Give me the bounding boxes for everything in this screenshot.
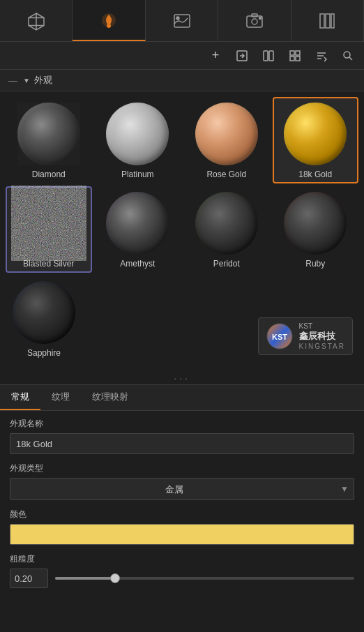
material-item-ruby[interactable]: Ruby <box>273 186 359 273</box>
svg-point-5 <box>252 19 257 24</box>
materials-panel: Diamond Platinum Rose Gold 18k Gold Blas… <box>0 91 364 368</box>
roughness-slider-track[interactable] <box>55 577 354 580</box>
sphere-blasted-silver <box>17 192 80 255</box>
sphere-18kgold <box>284 103 347 165</box>
sphere-peridot <box>195 192 258 255</box>
material-item-blasted-silver[interactable]: Blasted Silver <box>6 186 92 273</box>
tab-render[interactable] <box>218 0 291 41</box>
export-icon <box>236 50 248 62</box>
appearance-type-group: 外观类型 金属 塑料 玻璃 橡胶 ▼ <box>10 462 354 500</box>
svg-rect-2 <box>174 15 190 27</box>
svg-point-18 <box>344 52 350 58</box>
tab-texture-map[interactable]: 纹理映射 <box>81 385 139 410</box>
add-button[interactable]: + <box>205 45 226 66</box>
svg-rect-17 <box>296 57 300 61</box>
appearance-type-select-wrapper: 金属 塑料 玻璃 橡胶 ▼ <box>10 478 354 500</box>
materials-grid: Diamond Platinum Rose Gold 18k Gold Blas… <box>6 97 358 273</box>
grid-icon <box>289 50 301 62</box>
sphere-amethyst <box>106 192 169 255</box>
roughness-input[interactable] <box>10 569 48 588</box>
search-button[interactable] <box>338 45 358 66</box>
svg-rect-16 <box>290 57 294 61</box>
material-label-18k-gold: 18k Gold <box>298 170 332 179</box>
svg-point-1 <box>107 24 111 28</box>
roughness-slider-fill <box>55 577 115 580</box>
color-swatch[interactable] <box>10 524 354 545</box>
top-nav <box>0 0 364 42</box>
sphere-ruby <box>284 192 347 255</box>
material-item-sapphire[interactable]: Sapphire <box>6 276 82 362</box>
search-icon <box>342 50 354 62</box>
tab-scene[interactable] <box>0 0 73 41</box>
material-item-18k-gold[interactable]: 18k Gold <box>273 97 359 183</box>
sphere-rosegold <box>195 103 258 165</box>
material-item-platinum[interactable]: Platinum <box>95 97 181 183</box>
sort-button[interactable] <box>311 45 332 66</box>
sort-icon <box>315 50 328 62</box>
logo-kst-label: KST <box>299 322 345 330</box>
tab-environment[interactable] <box>146 0 218 41</box>
logo-icon: KST <box>266 322 294 350</box>
material-item-peridot[interactable]: Peridot <box>183 186 270 273</box>
divider-dots: ... <box>0 368 364 384</box>
collapse-arrow-icon[interactable]: ▼ <box>23 77 30 84</box>
section-title: 外观 <box>34 74 52 86</box>
section-dash: — <box>8 75 17 86</box>
appearance-name-label: 外观名称 <box>10 418 354 430</box>
section-header: — ▼ 外观 <box>0 70 364 91</box>
add-icon: + <box>212 48 220 63</box>
logo-company-name: 鑫辰科技 <box>299 330 345 343</box>
svg-rect-6 <box>252 14 257 17</box>
material-item-rose-gold[interactable]: Rose Gold <box>183 97 270 183</box>
material-item-diamond[interactable]: Diamond <box>6 97 92 183</box>
svg-point-7 <box>259 17 261 19</box>
color-group: 颜色 <box>10 509 354 545</box>
svg-rect-14 <box>290 51 294 55</box>
split-icon <box>262 50 275 62</box>
bottom-panel: 常规 纹理 纹理映射 外观名称 外观类型 金属 塑料 玻璃 橡胶 ▼ <box>0 384 364 603</box>
svg-rect-8 <box>320 14 324 28</box>
tab-appearance[interactable] <box>73 0 145 41</box>
roughness-slider-thumb[interactable] <box>110 573 120 583</box>
material-label-amethyst: Amethyst <box>120 259 155 269</box>
svg-rect-9 <box>326 14 330 28</box>
material-label-blasted-silver: Blasted Silver <box>23 259 74 269</box>
tabs-bar: 常规 纹理 纹理映射 <box>0 385 364 411</box>
material-label-ruby: Ruby <box>305 259 325 269</box>
logo-badge: KST KST 鑫辰科技 KINGSTAR <box>258 317 353 355</box>
sphere-diamond <box>17 103 80 165</box>
sphere-platinum <box>106 103 169 165</box>
appearance-type-select[interactable]: 金属 塑料 玻璃 橡胶 <box>10 478 354 500</box>
roughness-label: 粗糙度 <box>10 553 354 565</box>
roughness-group: 粗糙度 <box>10 553 354 588</box>
svg-rect-19 <box>17 103 80 165</box>
svg-rect-10 <box>331 14 334 28</box>
material-label-diamond: Diamond <box>32 170 66 179</box>
logo-english-name: KINGSTAR <box>299 343 345 350</box>
form-section: 外观名称 外观类型 金属 塑料 玻璃 橡胶 ▼ 颜色 粗糙度 <box>0 411 364 603</box>
tab-texture[interactable]: 纹理 <box>40 385 81 410</box>
material-label-platinum: Platinum <box>121 170 154 179</box>
roughness-slider-row <box>10 569 354 588</box>
svg-rect-12 <box>264 51 268 61</box>
split-button[interactable] <box>258 45 279 66</box>
appearance-name-group: 外观名称 <box>10 418 354 454</box>
svg-point-3 <box>176 17 179 20</box>
svg-rect-13 <box>269 51 273 61</box>
material-label-sapphire: Sapphire <box>27 348 61 358</box>
svg-text:KST: KST <box>272 333 287 341</box>
logo-text-group: KST 鑫辰科技 KINGSTAR <box>299 322 345 350</box>
sphere-sapphire <box>13 281 75 344</box>
color-label: 颜色 <box>10 509 354 520</box>
tab-general[interactable]: 常规 <box>0 385 40 410</box>
material-label-rose-gold: Rose Gold <box>206 170 246 179</box>
export-button[interactable] <box>232 45 252 66</box>
material-item-amethyst[interactable]: Amethyst <box>95 186 181 273</box>
tab-layers[interactable] <box>291 0 364 41</box>
appearance-name-input[interactable] <box>10 433 354 454</box>
material-label-peridot: Peridot <box>213 259 240 269</box>
toolbar: + <box>0 42 364 70</box>
grid-button[interactable] <box>285 45 305 66</box>
svg-rect-15 <box>296 51 300 55</box>
appearance-type-label: 外观类型 <box>10 462 354 474</box>
